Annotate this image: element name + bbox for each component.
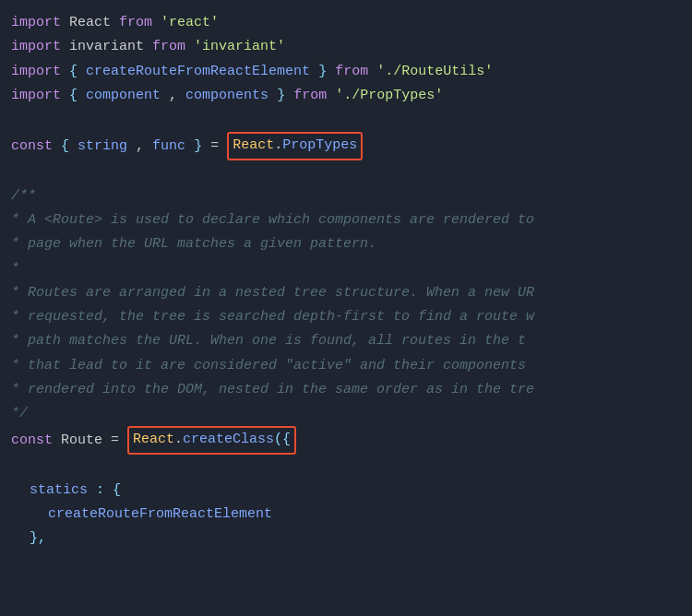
highlight-react-proptypes: React.PropTypes bbox=[227, 132, 363, 160]
comment-line-1: /** bbox=[11, 184, 692, 208]
blank-line-2 bbox=[11, 160, 692, 184]
code-line-7: statics : { bbox=[11, 479, 692, 503]
comment-line-6: * requested, the tree is searched depth-… bbox=[11, 305, 692, 329]
blank-line-1 bbox=[11, 108, 692, 132]
comment-line-10: */ bbox=[11, 402, 692, 426]
keyword-from: from bbox=[119, 15, 152, 30]
code-line-4: import { component , components } from '… bbox=[11, 84, 692, 108]
code-line-5: const { string , func } = React.PropType… bbox=[11, 132, 692, 160]
comment-line-3: * page when the URL matches a given patt… bbox=[11, 232, 692, 256]
keyword-import: import bbox=[11, 15, 61, 30]
code-line-9: }, bbox=[11, 527, 692, 551]
string-react: 'react' bbox=[161, 15, 219, 30]
comment-line-8: * that lead to it are considered "active… bbox=[11, 354, 692, 378]
code-editor: import React from 'react' import invaria… bbox=[0, 0, 692, 616]
comment-line-7: * path matches the URL. When one is foun… bbox=[11, 329, 692, 353]
code-line-6: const Route = React.createClass({ bbox=[11, 426, 692, 454]
comment-line-9: * rendered into the DOM, nested in the s… bbox=[11, 378, 692, 402]
comment-line-4: * bbox=[11, 257, 692, 281]
code-line-1: import React from 'react' bbox=[11, 11, 692, 35]
highlight-react-createclass: React.createClass({ bbox=[127, 426, 296, 454]
comment-line-2: * A <Route> is used to declare which com… bbox=[11, 208, 692, 232]
code-line-2: import invariant from 'invariant' bbox=[11, 35, 692, 59]
blank-line-3 bbox=[11, 455, 692, 479]
code-line-8: createRouteFromReactElement bbox=[11, 503, 692, 527]
code-line-3: import { createRouteFromReactElement } f… bbox=[11, 60, 692, 84]
comment-line-5: * Routes are arranged in a nested tree s… bbox=[11, 281, 692, 305]
